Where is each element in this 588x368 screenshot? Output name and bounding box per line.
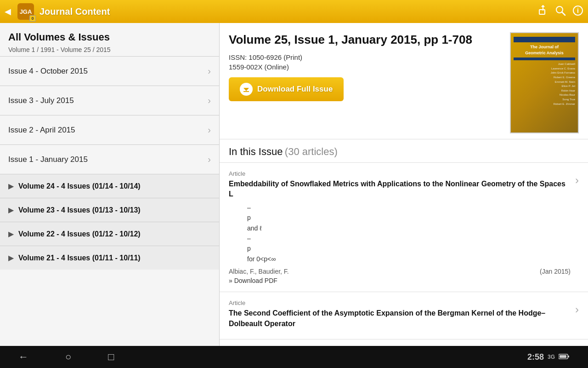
volume-info: Volume 25, Issue 1, January 2015, pp 1-7… (229, 32, 503, 133)
article-chevron-icon: › (575, 303, 579, 316)
issue-label: Issue 4 - October 2015 (8, 67, 88, 76)
issue-item[interactable]: Issue 1 - January 2015 › (0, 144, 219, 174)
issue-label: Issue 2 - April 2015 (8, 126, 75, 135)
article-title: Embeddability of Snowflaked Metrics with… (229, 179, 571, 200)
clock-display: 2:58 (527, 352, 544, 362)
article-sub: – p and ℓ – p for 0<p<∞ (247, 202, 571, 264)
article-download-link[interactable]: » Download PDF (229, 277, 571, 284)
app-logo: JGA 0 (17, 3, 34, 20)
article-count: (30 articles) (285, 146, 338, 157)
svg-line-3 (562, 12, 565, 15)
android-back-button[interactable]: ← (18, 351, 28, 363)
journal-cover-image: The Journal ofGeometric Analysis Juan Ca… (510, 32, 579, 133)
article-authors: Albiac, F., Baudier, F. (229, 268, 289, 275)
svg-rect-9 (568, 356, 569, 357)
volume-label: Volume 24 - 4 Issues (01/14 - 10/14) (18, 182, 141, 190)
download-full-issue-button[interactable]: Download Full Issue (229, 77, 344, 101)
issue-label: Issue 1 - January 2015 (8, 155, 88, 164)
volume-item[interactable]: ▶ Volume 22 - 4 Issues (01/12 - 10/12) (0, 222, 219, 246)
volume-label: Volume 23 - 4 Issues (01/13 - 10/13) (18, 206, 141, 214)
article-content: Article Embeddability of Snowflaked Metr… (229, 170, 571, 284)
article-footer: Albiac, F., Baudier, F. (Jan 2015) (229, 268, 571, 275)
issue-item[interactable]: Issue 3 - July 2015 › (0, 86, 219, 115)
sidebar-heading: All Volumes & Issues (8, 31, 211, 43)
download-icon (240, 83, 253, 96)
back-button[interactable]: ◀ (5, 6, 11, 17)
chevron-right-icon: › (208, 66, 211, 76)
article-item[interactable]: Article The Second Coefficient of the As… (220, 292, 588, 339)
page-title: Journal Content (40, 6, 532, 17)
issn-print: ISSN: 1050-6926 (Print) (229, 53, 503, 61)
logo-badge: 0 (29, 15, 36, 22)
chevron-right-icon: › (208, 95, 211, 106)
issn-online: 1559-002X (Online) (229, 63, 503, 71)
svg-rect-0 (539, 10, 545, 14)
issue-item[interactable]: Issue 4 - October 2015 › (0, 56, 219, 86)
volume-item[interactable]: ▶ Volume 21 - 4 Issues (01/11 - 10/11) (0, 246, 219, 270)
article-content: Article The Second Coefficient of the As… (229, 299, 571, 332)
sidebar: All Volumes & Issues Volume 1 / 1991 - V… (0, 23, 220, 346)
main-content: All Volumes & Issues Volume 1 / 1991 - V… (0, 23, 588, 346)
volume-expand-icon: ▶ (8, 230, 14, 238)
volume-expand-icon: ▶ (8, 182, 14, 190)
cover-title: The Journal ofGeometric Analysis (525, 44, 564, 56)
svg-rect-7 (243, 91, 249, 92)
volume-label: Volume 22 - 4 Issues (01/12 - 10/12) (18, 230, 141, 238)
android-status-bar: 2:58 3G (527, 352, 570, 362)
right-panel: Volume 25, Issue 1, January 2015, pp 1-7… (220, 23, 588, 346)
volume-expand-icon: ▶ (8, 206, 14, 214)
article-chevron-icon: › (575, 174, 579, 187)
android-nav-buttons: ← ○ □ (18, 351, 114, 363)
issue-label: Issue 3 - July 2015 (8, 96, 74, 105)
android-recent-button[interactable]: □ (108, 351, 114, 363)
chevron-right-icon: › (208, 154, 211, 165)
battery-icon (559, 352, 570, 362)
chevron-right-icon: › (208, 125, 211, 135)
svg-marker-6 (243, 88, 249, 91)
issue-item[interactable]: Issue 2 - April 2015 › (0, 115, 219, 144)
signal-indicator: 3G (548, 354, 555, 360)
sidebar-subtitle: Volume 1 / 1991 - Volume 25 / 2015 (8, 46, 211, 53)
top-bar: ◀ JGA 0 Journal Content i (0, 0, 588, 23)
android-navigation-bar: ← ○ □ 2:58 3G (0, 346, 588, 368)
right-header: Volume 25, Issue 1, January 2015, pp 1-7… (220, 23, 588, 139)
volume-item[interactable]: ▶ Volume 24 - 4 Issues (01/14 - 10/14) (0, 174, 219, 198)
svg-rect-10 (560, 355, 566, 358)
android-home-button[interactable]: ○ (65, 351, 71, 363)
in-this-issue-label: In this Issue (229, 146, 283, 157)
cover-names: Juan Caldwell Lawrence C. Evans John Eri… (514, 62, 575, 106)
article-date: (Jan 2015) (540, 268, 571, 275)
article-type: Article (229, 299, 571, 306)
in-this-issue-section: In this Issue (30 articles) (220, 139, 588, 163)
article-item[interactable]: Article Embeddability of Snowflaked Metr… (220, 163, 588, 292)
top-icons: i (537, 5, 583, 18)
svg-text:i: i (577, 7, 579, 14)
volume-item[interactable]: ▶ Volume 23 - 4 Issues (01/13 - 10/13) (0, 198, 219, 222)
cover-stripe-top (514, 37, 575, 42)
search-icon[interactable] (555, 5, 566, 18)
info-icon[interactable]: i (572, 5, 583, 18)
download-btn-label: Download Full Issue (257, 85, 333, 94)
article-type: Article (229, 170, 571, 177)
cover-stripe-mid (514, 58, 575, 60)
share-icon[interactable] (537, 5, 548, 18)
article-title: The Second Coefficient of the Asymptotic… (229, 308, 571, 329)
sidebar-header: All Volumes & Issues Volume 1 / 1991 - V… (0, 23, 219, 56)
volume-expand-icon: ▶ (8, 253, 14, 262)
volume-title: Volume 25, Issue 1, January 2015, pp 1-7… (229, 32, 503, 48)
volume-label: Volume 21 - 4 Issues (01/11 - 10/11) (18, 254, 141, 262)
